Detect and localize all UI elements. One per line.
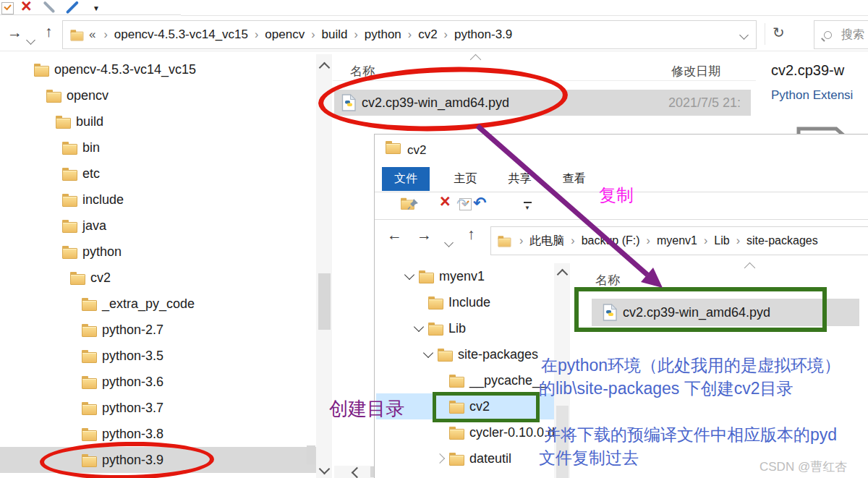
breadcrumb-item[interactable]: ›site-packages <box>730 234 818 247</box>
back-button[interactable]: ← <box>387 227 402 242</box>
address-bar[interactable]: ›此电脑›backup (F:)›myenv1›Lib›site-package… <box>490 226 868 255</box>
preview-title: cv2.cp39-w <box>771 62 844 79</box>
folder-icon <box>62 193 77 206</box>
breadcrumb-item[interactable]: ›Lib <box>697 234 730 247</box>
column-header-date[interactable]: 修改日期 <box>671 63 720 80</box>
breadcrumb-item[interactable]: ›opencv-4.5.3-vc14_vc15 <box>97 27 248 42</box>
folder-icon <box>34 63 48 76</box>
screenshot-canvas: × ▼ → ↑ « ›opencv-4.5.3-vc14_vc15›opencv… <box>0 0 868 478</box>
expanded-chevron-icon[interactable] <box>423 348 433 358</box>
recent-locations-dropdown-icon[interactable] <box>446 236 452 249</box>
collapsed-chevron-icon[interactable] <box>435 453 445 464</box>
tree-item[interactable]: build <box>0 108 316 135</box>
folder-icon <box>62 245 77 258</box>
sort-ascending-icon <box>744 263 756 274</box>
tree-item-label: cv2 <box>90 270 111 286</box>
folder-icon <box>428 296 443 309</box>
up-button[interactable]: ↑ <box>45 24 53 39</box>
tree-item-label: bin <box>82 140 100 155</box>
address-folder-icon <box>71 29 83 40</box>
slash-blue-icon[interactable] <box>71 0 74 18</box>
ribbon-tab[interactable]: 主页 <box>447 167 484 191</box>
tree-item[interactable]: java <box>0 213 316 239</box>
tree-item[interactable]: __pycache__ <box>376 367 554 393</box>
forward-button[interactable]: → <box>7 25 22 40</box>
window-title: cv2 <box>407 143 426 158</box>
tree-item[interactable]: python-3.7 <box>0 395 316 421</box>
folder-icon <box>449 374 464 387</box>
folder-icon <box>449 426 464 439</box>
breadcrumb: ›此电脑›backup (F:)›myenv1›Lib›site-package… <box>513 234 818 249</box>
search-placeholder: 搜索 <box>841 27 864 43</box>
column-header-name[interactable]: 名称 <box>595 272 620 289</box>
ribbon-tab[interactable]: 文件 <box>382 167 430 191</box>
delete-icon[interactable]: × <box>21 0 32 15</box>
folder-tree: opencv-4.5.3-vc14_vc15 opencv build bin … <box>0 56 316 473</box>
tree-item[interactable]: dateutil <box>376 445 554 471</box>
tree-item-label: __pycache__ <box>469 373 547 388</box>
tree-item[interactable]: Lib <box>376 315 554 341</box>
tree-item[interactable]: python-3.6 <box>0 369 316 395</box>
qat-delete-icon[interactable]: × <box>440 192 451 210</box>
tree-item[interactable]: etc <box>0 161 316 187</box>
tree-item[interactable]: include <box>0 187 316 213</box>
breadcrumb-item[interactable]: ›opencv <box>248 27 305 42</box>
customize-dropdown-icon[interactable] <box>524 202 532 203</box>
tree-item[interactable]: Include <box>376 289 554 315</box>
watermark: CSDN @曹红杏 <box>760 458 847 475</box>
folder-icon <box>82 297 96 310</box>
breadcrumb-item[interactable]: ›python <box>347 27 401 42</box>
breadcrumb: ›opencv-4.5.3-vc14_vc15›opencv›build›pyt… <box>97 27 512 42</box>
forward-button[interactable]: → <box>417 227 432 242</box>
preview-subtitle: Python Extensi <box>771 88 853 103</box>
preview-document-icon <box>794 123 868 134</box>
folder-icon <box>82 375 96 388</box>
breadcrumb-item[interactable]: ›build <box>305 27 347 42</box>
expanded-chevron-icon[interactable] <box>414 322 424 332</box>
tree-item-label: opencv-4.5.3-vc14_vc15 <box>54 62 196 77</box>
redo-icon[interactable]: ↷ <box>456 195 469 213</box>
tree-item[interactable]: myenv1 <box>376 263 554 289</box>
tree-item[interactable]: cv2 <box>0 265 316 291</box>
breadcrumb-item[interactable]: ›python-3.9 <box>438 27 513 42</box>
note1-line1: 在python环境（此处我用的是虚拟环境） <box>541 354 841 377</box>
up-button[interactable]: ↑ <box>467 226 475 242</box>
tree-item-label: include <box>82 192 124 208</box>
address-dropdown-icon[interactable] <box>741 28 747 41</box>
folder-icon <box>449 452 464 465</box>
tree-item[interactable]: python-3.5 <box>0 343 316 369</box>
window-folder-icon <box>386 140 400 153</box>
refresh-icon[interactable]: ↻ <box>773 24 785 41</box>
pin-icon[interactable] <box>407 198 419 210</box>
ribbon-tab[interactable]: 查看 <box>556 167 592 191</box>
tree-item-label: _extra_py_code <box>102 296 195 312</box>
tree-item[interactable]: cycler-0.10.0.d <box>376 419 554 445</box>
breadcrumb-item[interactable]: ›此电脑 <box>513 234 564 249</box>
tree-item-label: python-3.7 <box>102 401 163 416</box>
folder-icon <box>82 323 96 336</box>
address-folder-icon <box>498 235 511 246</box>
toolbar-dropdown-icon[interactable]: ▼ <box>93 4 100 12</box>
tree-item[interactable]: _extra_py_code <box>0 291 316 317</box>
tree-item[interactable] <box>376 471 554 478</box>
search-box[interactable]: 搜索 <box>814 20 868 49</box>
recent-locations-dropdown-icon[interactable] <box>27 33 34 46</box>
tree-item[interactable]: site-packages <box>376 341 554 367</box>
search-icon <box>824 31 832 39</box>
tree-item-label: python-3.8 <box>102 427 163 442</box>
address-bar[interactable]: « ›opencv-4.5.3-vc14_vc15›opencv›build›p… <box>62 20 757 49</box>
undo-icon[interactable]: ↶ <box>473 194 486 213</box>
breadcrumb-item[interactable]: ›backup (F:) <box>564 234 639 247</box>
expanded-chevron-icon[interactable] <box>404 270 414 280</box>
tree-item-label: etc <box>82 166 100 182</box>
tree-item[interactable]: opencv-4.5.3-vc14_vc15 <box>0 56 316 82</box>
tree-scrollbar-thumb[interactable] <box>318 273 331 330</box>
ribbon-tab[interactable]: 共享 <box>501 167 538 191</box>
tree-item[interactable]: python <box>0 239 316 265</box>
tree-item[interactable]: python-2.7 <box>0 317 316 343</box>
tree-item[interactable]: opencv <box>0 82 316 108</box>
tree-item[interactable]: bin <box>0 135 316 161</box>
breadcrumb-item[interactable]: ›cv2 <box>401 27 438 42</box>
tree-item-label: python-2.7 <box>102 323 163 338</box>
breadcrumb-item[interactable]: ›myenv1 <box>640 234 697 247</box>
